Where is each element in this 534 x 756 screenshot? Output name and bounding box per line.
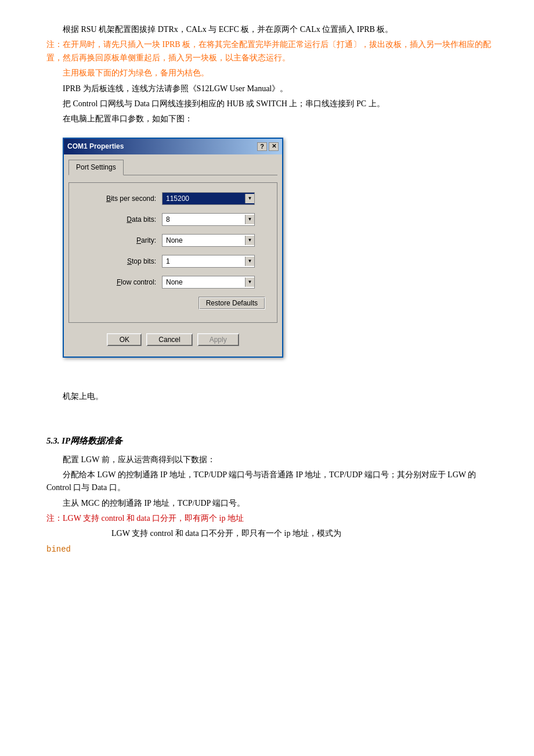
flow-control-arrow: ▼ [245, 278, 254, 287]
spacer-3 [46, 406, 499, 417]
tab-strip: Port Settings [68, 159, 277, 175]
dialog-body: Port Settings Bits per second: 115200 ▼ [64, 154, 282, 357]
bits-per-second-label: Bits per second: [81, 193, 156, 204]
section-p5: LGW 支持 control 和 data 口不分开，即只有一个 ip 地址，模… [46, 527, 499, 540]
apply-button[interactable]: Apply [197, 333, 239, 346]
restore-defaults-button[interactable]: Restore Defaults [199, 297, 265, 309]
orange-note: 主用板最下面的灯为绿色，备用为桔色。 [46, 67, 499, 80]
stop-bits-select[interactable]: 1 ▼ [162, 255, 255, 268]
iprb-line: IPRB 为后板连线，连线方法请参照《S12LGW User Manual》。 [46, 82, 499, 95]
power-on-line: 机架上电。 [46, 390, 499, 403]
section-p4: 注：LGW 支持 control 和 data 口分开，即有两个 ip 地址 [46, 512, 499, 525]
parity-arrow: ▼ [245, 236, 254, 245]
bits-per-second-row: Bits per second: 115200 ▼ [81, 192, 265, 205]
section-p1: 配置 LGW 前，应从运营商得到以下数据： [46, 453, 499, 466]
configure-line: 在电脑上配置串口参数，如如下图： [46, 113, 499, 125]
flow-control-select[interactable]: None ▼ [162, 276, 255, 289]
dialog-action-buttons: OK Cancel Apply [68, 329, 277, 352]
data-bits-arrow: ▼ [245, 215, 254, 224]
bits-per-second-select[interactable]: 115200 ▼ [162, 192, 255, 205]
ok-button[interactable]: OK [107, 333, 142, 346]
stop-bits-label: Stop bits: [81, 256, 156, 267]
help-button[interactable]: ? [257, 142, 267, 151]
parity-select[interactable]: None ▼ [162, 234, 255, 247]
dialog-titlebar: COM1 Properties ? ✕ [64, 139, 282, 154]
dialog-title: COM1 Properties [67, 141, 124, 152]
close-icon: ✕ [272, 142, 276, 151]
section-p6: bined [46, 543, 499, 556]
parity-label: Parity: [81, 235, 156, 246]
titlebar-icons: ? ✕ [257, 142, 279, 151]
dialog-wrapper: COM1 Properties ? ✕ Port Settings [63, 138, 283, 358]
spacer-1 [46, 367, 499, 379]
control-data-line: 把 Control 口网线与 Data 口网线连接到相应的 HUB 或 SWIT… [46, 98, 499, 110]
spacer-2 [46, 379, 499, 390]
flow-control-row: Flow control: None ▼ [81, 276, 265, 289]
stop-bits-row: Stop bits: 1 ▼ [81, 255, 265, 268]
data-bits-select[interactable]: 8 ▼ [162, 213, 255, 226]
parity-row: Parity: None ▼ [81, 234, 265, 247]
stop-bits-arrow: ▼ [245, 257, 254, 266]
cancel-button[interactable]: Cancel [146, 333, 192, 346]
data-bits-label: Data bits: [81, 214, 156, 225]
main-content: 根据 RSU 机架配置图拔掉 DTRx，CALx 与 ECFC 板，并在原两个 … [46, 23, 499, 556]
section-heading: 5.3. IP网络数据准备 [46, 434, 499, 448]
flow-control-label: Flow control: [81, 277, 156, 288]
bits-per-second-arrow: ▼ [245, 194, 254, 203]
note-paragraph: 注：在开局时，请先只插入一块 IPRB 板，在将其完全配置完毕并能正常运行后〔打… [46, 38, 499, 64]
close-button[interactable]: ✕ [269, 142, 279, 151]
com1-properties-dialog: COM1 Properties ? ✕ Port Settings [63, 138, 283, 358]
tab-port-settings[interactable]: Port Settings [68, 160, 124, 175]
section-p3: 主从 MGC 的控制通路 IP 地址，TCP/UDP 端口号。 [46, 497, 499, 510]
section-p2: 分配给本 LGW 的控制通路 IP 地址，TCP/UDP 端口号与语音通路 IP… [46, 469, 499, 495]
data-bits-row: Data bits: 8 ▼ [81, 213, 265, 226]
port-settings-panel: Bits per second: 115200 ▼ Data bits: [68, 182, 277, 323]
paragraph-1: 根据 RSU 机架配置图拔掉 DTRx，CALx 与 ECFC 板，并在原两个 … [46, 23, 499, 36]
